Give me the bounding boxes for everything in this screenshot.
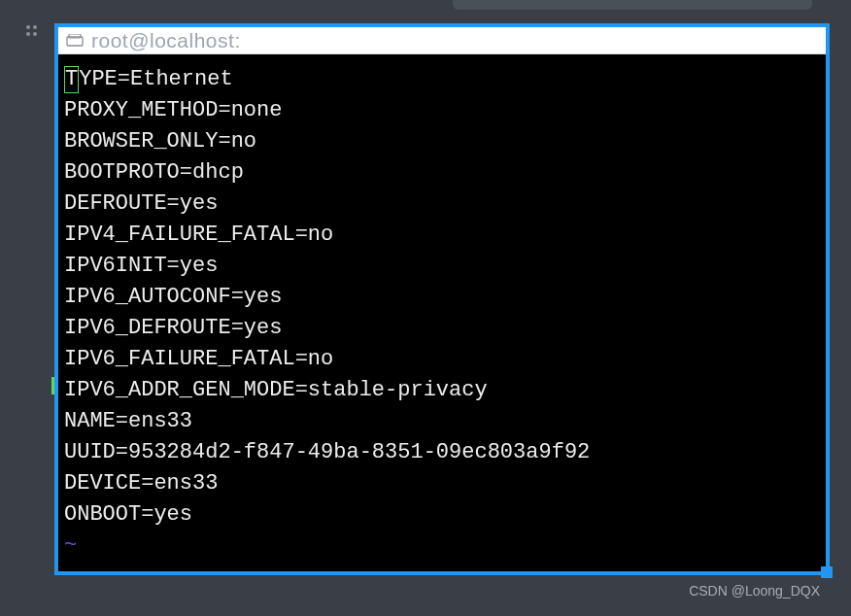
empty-line-tilde: ~ <box>64 530 820 562</box>
config-line: BOOTPROTO=dhcp <box>64 157 820 188</box>
config-line: DEFROUTE=yes <box>64 188 820 220</box>
svg-rect-1 <box>69 34 81 38</box>
terminal-content[interactable]: TYPE=Ethernet PROXY_METHOD=none BROWSER_… <box>58 54 826 571</box>
empty-line-tilde: ~ <box>64 562 820 571</box>
config-line: IPV6_ADDR_GEN_MODE=stable-privacy <box>64 375 820 406</box>
terminal-icon <box>66 34 84 48</box>
config-line: IPV6_DEFROUTE=yes <box>64 313 820 344</box>
window-title: root@localhost: <box>91 29 241 52</box>
config-line: IPV4_FAILURE_FATAL=no <box>64 220 820 251</box>
config-line: PROXY_METHOD=none <box>64 95 820 126</box>
cursor: T <box>64 66 79 93</box>
config-line-type: TYPE=Ethernet <box>64 64 820 95</box>
config-line: NAME=ens33 <box>64 406 820 437</box>
config-line: ONBOOT=yes <box>64 499 820 530</box>
watermark: CSDN @Loong_DQX <box>689 583 820 599</box>
background-panel <box>453 0 812 10</box>
drag-handle-icon[interactable] <box>26 25 37 36</box>
terminal-window: root@localhost: TYPE=Ethernet PROXY_METH… <box>54 23 830 575</box>
config-line: IPV6_AUTOCONF=yes <box>64 282 820 313</box>
config-line: IPV6_FAILURE_FATAL=no <box>64 344 820 375</box>
config-line: UUID=953284d2-f847-49ba-8351-09ec803a9f9… <box>64 437 820 468</box>
titlebar[interactable]: root@localhost: <box>58 27 826 54</box>
config-line: IPV6INIT=yes <box>64 251 820 282</box>
config-line: BROWSER_ONLY=no <box>64 126 820 157</box>
config-line: DEVICE=ens33 <box>64 468 820 499</box>
resize-handle[interactable] <box>821 566 833 578</box>
